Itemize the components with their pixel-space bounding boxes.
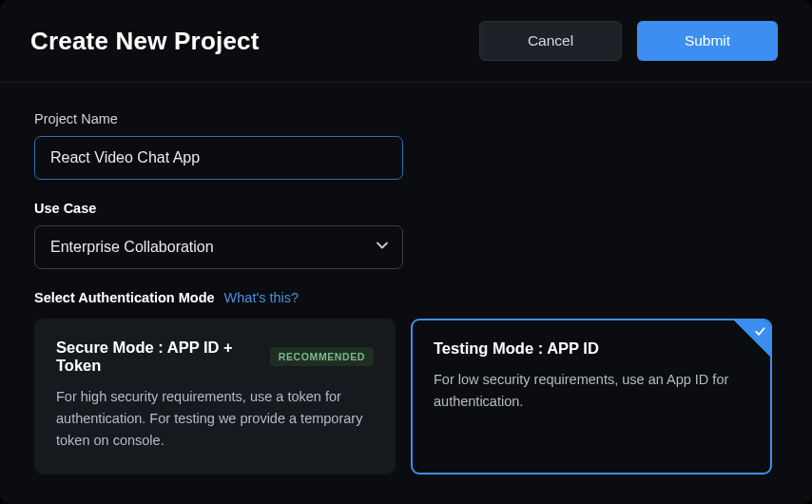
header-buttons: Cancel Submit <box>479 21 778 61</box>
recommended-badge: RECOMMENDED <box>270 347 374 366</box>
submit-button[interactable]: Submit <box>637 21 778 61</box>
testing-card-desc: For low security requirements, use an Ap… <box>434 369 749 413</box>
auth-mode-header: Select Authentication Mode What's this? <box>34 290 778 305</box>
project-name-field: Project Name <box>34 111 778 180</box>
secure-card-title: Secure Mode : APP ID + Token <box>56 339 259 375</box>
cancel-button[interactable]: Cancel <box>479 21 622 61</box>
dialog-title: Create New Project <box>30 27 260 56</box>
secure-card-head: Secure Mode : APP ID + Token RECOMMENDED <box>56 339 374 375</box>
testing-card-head: Testing Mode : APP ID <box>434 339 749 358</box>
project-name-label: Project Name <box>34 111 778 126</box>
check-icon <box>754 324 766 341</box>
whats-this-link[interactable]: What's this? <box>224 290 300 305</box>
secure-card-desc: For high security requirements, use a to… <box>56 386 374 453</box>
testing-mode-card[interactable]: Testing Mode : APP ID For low security r… <box>411 319 772 475</box>
auth-mode-label: Select Authentication Mode <box>34 290 215 305</box>
project-name-input[interactable] <box>34 136 403 180</box>
selected-corner <box>734 320 770 357</box>
testing-card-title: Testing Mode : APP ID <box>434 339 599 358</box>
use-case-select-wrap: Enterprise Collaboration <box>34 225 403 269</box>
secure-mode-card[interactable]: Secure Mode : APP ID + Token RECOMMENDED… <box>34 319 396 475</box>
dialog-body: Project Name Use Case Enterprise Collabo… <box>0 83 812 497</box>
dialog-header: Create New Project Cancel Submit <box>0 0 812 83</box>
auth-mode-cards: Secure Mode : APP ID + Token RECOMMENDED… <box>34 319 778 475</box>
use-case-select[interactable]: Enterprise Collaboration <box>34 225 403 269</box>
use-case-label: Use Case <box>34 201 778 216</box>
create-project-dialog: Create New Project Cancel Submit Project… <box>0 0 812 504</box>
use-case-field: Use Case Enterprise Collaboration <box>34 201 778 269</box>
